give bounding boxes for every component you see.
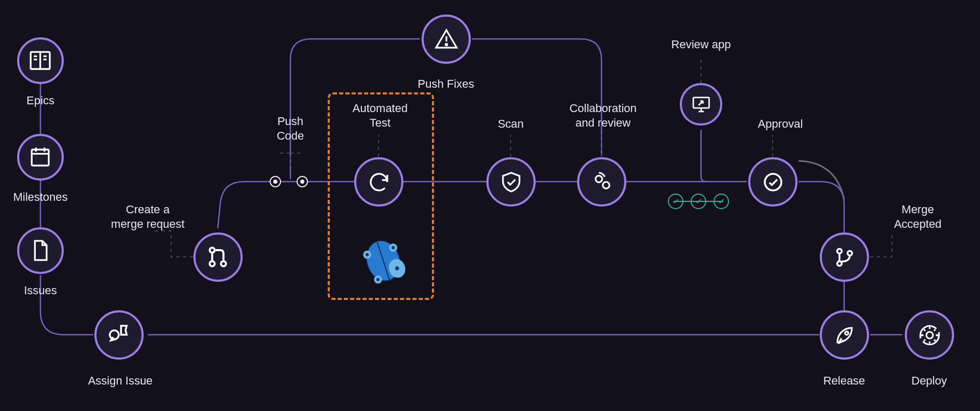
pipeline-diagram: Epics Milestones Issues Assign Issue Cre…	[0, 0, 980, 411]
deploy-label: Deploy	[906, 374, 953, 388]
svg-point-17	[595, 175, 602, 182]
create-mr-node	[193, 232, 243, 282]
svg-point-4	[210, 262, 215, 267]
svg-point-3	[210, 248, 215, 253]
stage-check-2	[691, 194, 706, 209]
merge-accepted-node	[820, 232, 869, 282]
milestones-label: Milestones	[7, 190, 74, 204]
approval-node	[748, 157, 797, 207]
epics-label: Epics	[17, 93, 64, 108]
shield-check-icon	[499, 170, 524, 195]
book-icon	[27, 48, 53, 73]
review-app-label: Review app	[666, 37, 736, 52]
automated-test-node	[354, 157, 403, 207]
create-mr-label: Create a merge request	[101, 202, 194, 231]
svg-point-21	[765, 174, 781, 190]
monitor-icon	[691, 94, 712, 115]
stage-check-3	[713, 194, 729, 209]
check-circle-icon	[761, 170, 786, 195]
svg-rect-1	[32, 150, 49, 166]
collab-label: Collaboration and review	[559, 101, 647, 130]
people-icon	[590, 170, 614, 195]
gear-cycle-icon	[917, 323, 942, 348]
push-code-label: Push Code	[262, 114, 319, 143]
warning-icon	[434, 27, 459, 52]
svg-point-5	[221, 262, 227, 267]
scan-label: Scan	[487, 117, 534, 131]
svg-point-2	[110, 331, 119, 339]
deploy-node	[905, 310, 954, 360]
issues-node	[17, 227, 64, 274]
approval-label: Approval	[749, 117, 811, 131]
git-branch-icon	[832, 245, 857, 270]
merge-accepted-label: Merge Accepted	[881, 202, 954, 231]
calendar-icon	[27, 144, 53, 170]
svg-point-23	[837, 261, 842, 266]
mascot-icon	[350, 228, 417, 291]
refresh-icon	[367, 170, 391, 195]
milestones-node	[17, 134, 64, 181]
commit-dot-1	[270, 176, 281, 187]
push-fixes-node	[422, 15, 471, 64]
svg-point-16	[445, 44, 447, 45]
issues-label: Issues	[17, 283, 64, 298]
commit-dot-2	[297, 176, 308, 187]
push-fixes-label: Push Fixes	[410, 77, 482, 91]
svg-point-25	[845, 331, 848, 334]
svg-point-22	[837, 249, 842, 253]
release-node	[820, 310, 869, 360]
collab-node	[577, 157, 626, 207]
rocket-icon	[832, 323, 857, 348]
svg-point-24	[847, 251, 852, 255]
stage-check-1	[668, 194, 683, 209]
assign-issue-label: Assign Issue	[79, 374, 162, 388]
release-label: Release	[818, 374, 870, 388]
epics-node	[17, 37, 64, 84]
assign-issue-node	[94, 310, 144, 360]
scan-node	[486, 157, 536, 207]
merge-request-icon	[204, 243, 231, 270]
document-icon	[27, 238, 53, 263]
review-app-node	[680, 83, 722, 126]
automated-test-label: Automated Test	[336, 101, 424, 130]
svg-point-26	[926, 332, 933, 338]
assign-icon	[105, 321, 132, 348]
